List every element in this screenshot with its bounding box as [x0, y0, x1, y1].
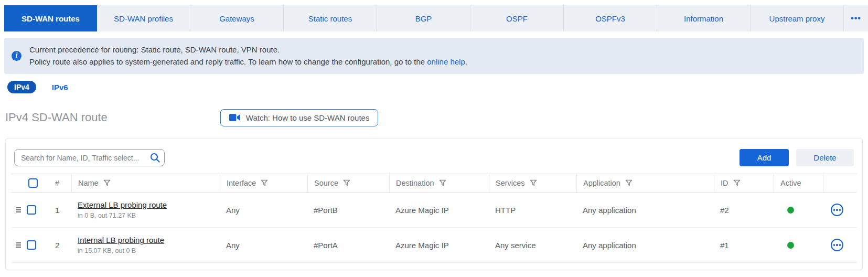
header-services-label: Services	[496, 179, 525, 187]
header-select-cell	[11, 174, 49, 192]
row-actions-ellipsis-icon[interactable]	[831, 204, 843, 216]
filter-icon[interactable]	[439, 179, 446, 187]
filter-icon[interactable]	[625, 179, 633, 187]
row-index: 2	[49, 241, 71, 250]
ip-version-toggle: IPv4 IPv6	[7, 80, 868, 94]
add-button[interactable]: Add	[740, 149, 789, 166]
tab-ospfv3[interactable]: OSPFv3	[564, 5, 657, 31]
row-checkbox[interactable]	[27, 240, 36, 250]
header-id: ID	[714, 174, 774, 192]
header-application-label: Application	[583, 179, 620, 187]
header-services: Services	[489, 174, 576, 192]
row-application: Any application	[576, 241, 714, 250]
row-name-cell: External LB probing route in 0 B, out 71…	[71, 200, 220, 219]
tab-bgp[interactable]: BGP	[377, 5, 470, 31]
tab-sdwan-routes[interactable]: SD-WAN routes	[4, 5, 97, 31]
banner-line2-suffix: .	[465, 57, 467, 66]
row-destination: Azure Magic IP	[389, 241, 489, 250]
tab-ospf[interactable]: OSPF	[470, 5, 564, 31]
online-help-link[interactable]: online help	[427, 57, 465, 66]
row-actions-cell	[823, 204, 857, 216]
header-destination: Destination	[389, 174, 489, 192]
active-status-dot	[787, 207, 794, 214]
header-active-label: Active	[780, 179, 801, 187]
search-input[interactable]	[14, 149, 165, 166]
row-actions-ellipsis-icon[interactable]	[831, 239, 843, 251]
header-active: Active	[774, 174, 823, 192]
filter-icon[interactable]	[103, 179, 111, 187]
header-source: Source	[307, 174, 389, 192]
header-application: Application	[576, 174, 714, 192]
header-interface: Interface	[220, 174, 307, 192]
search-icon[interactable]	[150, 153, 160, 163]
tab-information[interactable]: Information	[657, 5, 751, 31]
filter-icon[interactable]	[530, 179, 537, 187]
row-index: 1	[49, 206, 71, 215]
row-active-cell	[774, 242, 823, 249]
more-tabs-ellipsis-icon[interactable]: •••	[844, 5, 868, 31]
watch-button-label: Watch: How to use SD-WAN routes	[246, 113, 370, 122]
active-status-dot	[787, 242, 794, 249]
tab-static-routes[interactable]: Static routes	[284, 5, 377, 31]
banner-line2-prefix: Policy route also applies to system-gene…	[29, 57, 427, 66]
page-title: IPv4 SD-WAN route	[5, 111, 108, 124]
row-actions-cell	[823, 239, 857, 251]
sdwan-routes-panel: Add Delete # Name Interface Source Desti…	[5, 138, 863, 270]
drag-handle-icon[interactable]	[15, 241, 22, 249]
banner-line2: Policy route also applies to system-gene…	[29, 56, 467, 68]
tab-upstream-proxy[interactable]: Upstream proxy	[751, 5, 844, 31]
search-box	[14, 149, 165, 166]
filter-icon[interactable]	[261, 179, 268, 187]
tab-sdwan-profiles[interactable]: SD-WAN profiles	[97, 5, 190, 31]
routing-tab-bar: SD-WAN routes SD-WAN profiles Gateways S…	[4, 5, 868, 31]
row-destination: Azure Magic IP	[389, 206, 489, 215]
header-source-label: Source	[314, 179, 338, 187]
route-traffic-stats: in 0 B, out 71.27 KB	[78, 212, 220, 219]
routing-precedence-banner: i Current precedence for routing: Static…	[4, 38, 864, 74]
select-all-checkbox[interactable]	[28, 178, 38, 188]
row-active-cell	[774, 207, 823, 214]
video-camera-icon	[229, 114, 240, 121]
table-header-row: # Name Interface Source Destination Serv…	[11, 174, 857, 193]
filter-icon[interactable]	[343, 179, 350, 187]
header-id-label: ID	[721, 179, 728, 187]
row-interface: Any	[220, 206, 307, 215]
row-id: #1	[714, 241, 774, 250]
header-name-label: Name	[78, 179, 99, 187]
row-name-cell: Internal LB probing route in 15.07 KB, o…	[71, 236, 220, 254]
header-actions	[823, 174, 857, 192]
ipv4-toggle[interactable]: IPv4	[7, 81, 36, 93]
row-interface: Any	[220, 241, 307, 250]
banner-line1: Current precedence for routing: Static r…	[29, 44, 467, 56]
route-name-link[interactable]: External LB probing route	[78, 200, 167, 209]
header-name: Name	[71, 174, 220, 192]
route-traffic-stats: in 15.07 KB, out 0 B	[78, 247, 220, 254]
row-application: Any application	[576, 206, 714, 215]
route-name-link[interactable]: Internal LB probing route	[78, 236, 164, 244]
drag-handle-icon[interactable]	[15, 206, 22, 214]
watch-video-button[interactable]: Watch: How to use SD-WAN routes	[220, 109, 379, 126]
info-icon: i	[12, 51, 22, 61]
header-interface-label: Interface	[227, 179, 256, 187]
row-source: #PortA	[307, 241, 389, 250]
header-destination-label: Destination	[396, 179, 434, 187]
row-services: Any service	[489, 241, 576, 250]
header-index: #	[49, 174, 71, 192]
row-source: #PortB	[307, 206, 389, 215]
tab-gateways[interactable]: Gateways	[190, 5, 284, 31]
row-services: HTTP	[489, 206, 576, 215]
row-select-cell	[11, 205, 49, 215]
delete-button[interactable]: Delete	[796, 149, 854, 166]
filter-icon[interactable]	[733, 179, 741, 187]
banner-text: Current precedence for routing: Static r…	[29, 44, 467, 68]
row-checkbox[interactable]	[27, 205, 36, 215]
title-row: IPv4 SD-WAN route Watch: How to use SD-W…	[5, 108, 868, 127]
header-index-label: #	[55, 179, 59, 187]
table-toolbar: Add Delete	[6, 138, 862, 166]
table-row: 1 External LB probing route in 0 B, out …	[11, 193, 857, 228]
ipv6-toggle[interactable]: IPv6	[52, 83, 68, 92]
row-id: #2	[714, 206, 774, 215]
table-row: 2 Internal LB probing route in 15.07 KB,…	[11, 228, 857, 263]
row-select-cell	[11, 240, 49, 250]
